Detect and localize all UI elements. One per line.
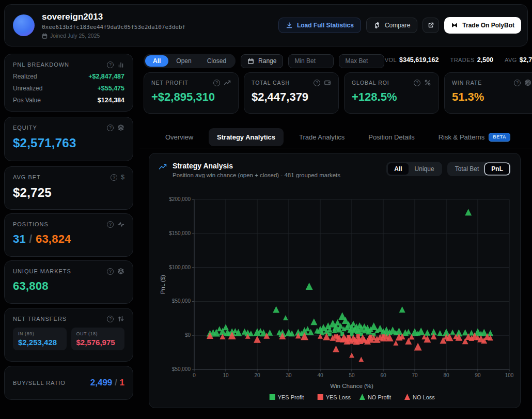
positions-card: POSITIONS ? 31 / 63,824 <box>4 213 133 257</box>
help-icon[interactable]: ? <box>107 61 114 68</box>
target-icon <box>524 79 531 86</box>
trend-up-icon <box>224 79 231 86</box>
segment-closed[interactable]: Closed <box>199 55 234 67</box>
buy-sell-ratio-card: BUY/SELL RATIO 2,499 / 1 <box>4 366 133 400</box>
avatar <box>13 14 35 36</box>
pnl-breakdown-card: PNL BREAKDOWN ? Realized +$2,847,487 Unr… <box>4 54 133 112</box>
profile-header: sovereign2013 0xee613b3fc183ee44f9da9c05… <box>4 4 528 46</box>
wallet-address: 0xee613b3fc183ee44f9da9c05f53e2da107e3de… <box>42 24 278 30</box>
svg-text:40: 40 <box>317 373 323 378</box>
svg-text:$200,000: $200,000 <box>169 196 191 202</box>
header-actions: Load Full Statistics Compare Trade On Po… <box>278 17 521 34</box>
transfers-in-value: $2,253,428 <box>18 338 61 347</box>
polybot-logo-icon <box>451 22 458 29</box>
mode-unique[interactable]: Unique <box>409 163 441 175</box>
compare-icon <box>373 22 381 29</box>
unique-markets-value: 63,808 <box>13 280 124 293</box>
pnl-breakdown-title: PNL BREAKDOWN <box>13 61 69 68</box>
total-cash-value: $2,447,379 <box>252 90 331 104</box>
unrealized-value: +$55,475 <box>98 85 124 92</box>
calendar-icon <box>247 58 254 65</box>
help-icon[interactable]: ? <box>414 80 420 86</box>
equity-card: EQUITY ? $2,571,763 <box>4 117 133 161</box>
range-label: Range <box>258 57 276 65</box>
segment-all[interactable]: All <box>145 55 168 67</box>
volume-stats: VOL$345,619,162 TRADES2,500 AVG$2,725 <box>385 56 532 64</box>
segment-open[interactable]: Open <box>168 55 199 67</box>
tab-position-details[interactable]: Position Details <box>360 128 423 146</box>
metric-toggle: Total Bet PnL <box>447 162 511 176</box>
global-roi-value: +128.5% <box>352 90 431 104</box>
min-bet-input[interactable] <box>288 54 334 68</box>
load-full-statistics-label: Load Full Statistics <box>297 22 354 29</box>
svg-text:60: 60 <box>380 373 386 378</box>
tab-overview[interactable]: Overview <box>157 128 201 146</box>
trade-on-polybot-label: Trade On PolyBot <box>462 22 514 29</box>
avg-label: AVG <box>505 57 517 63</box>
transfers-out-label: OUT (18) <box>76 331 120 336</box>
help-icon[interactable]: ? <box>107 125 114 131</box>
transfers-in-label: IN (89) <box>18 331 61 336</box>
tab-strategy-analytics[interactable]: Strategy Analytics <box>209 128 284 146</box>
vol-value: $345,619,162 <box>399 56 439 64</box>
load-full-statistics-button[interactable]: Load Full Statistics <box>278 18 361 33</box>
metric-pnl[interactable]: PnL <box>485 163 509 175</box>
sell-count: 1 <box>120 378 124 387</box>
metric-total-bet[interactable]: Total Bet <box>449 163 486 175</box>
win-rate-value: 51.3% <box>452 90 531 104</box>
svg-text:20: 20 <box>254 373 260 378</box>
help-icon[interactable]: ? <box>107 221 114 228</box>
trades-label: TRADES <box>450 57 474 63</box>
help-icon[interactable]: ? <box>314 80 320 86</box>
help-icon[interactable]: ? <box>514 80 521 86</box>
status-segmented-control: All Open Closed <box>144 54 236 68</box>
username: sovereign2013 <box>42 12 278 22</box>
stat-cards-row: NET PROFIT ? +$2,895,310 TOTAL CASH ? $2… <box>144 72 532 114</box>
svg-text:0: 0 <box>193 373 196 378</box>
svg-text:$150,000: $150,000 <box>169 230 191 236</box>
vol-label: VOL <box>385 57 397 63</box>
joined-label: Joined July 25, 2025 <box>50 33 100 39</box>
help-icon[interactable]: ? <box>111 174 117 181</box>
global-roi-title: GLOBAL ROI <box>352 80 389 86</box>
avg-bet-value: $2,725 <box>13 185 124 200</box>
total-cash-title: TOTAL CASH <box>252 80 290 86</box>
trades-value: 2,500 <box>477 56 493 64</box>
buy-sell-ratio-value: 2,499 / 1 <box>90 378 124 388</box>
avg-value: $2,725 <box>520 56 532 64</box>
help-icon[interactable]: ? <box>107 316 114 322</box>
chart-title: Strategy Analysis <box>173 162 340 170</box>
global-roi-card: GLOBAL ROI ? +128.5% <box>344 72 439 114</box>
net-transfers-title: NET TRANSFERS <box>13 316 67 322</box>
avg-bet-card: AVG BET ? $ $2,725 <box>4 166 133 210</box>
avg-stat: AVG$2,725 <box>505 56 532 64</box>
trade-on-polybot-button[interactable]: Trade On PolyBot <box>444 17 521 34</box>
svg-text:Win Chance (%): Win Chance (%) <box>330 383 373 389</box>
help-icon[interactable]: ? <box>213 80 220 86</box>
svg-text:YES Profit: YES Profit <box>278 394 304 400</box>
svg-text:NO Loss: NO Loss <box>413 394 435 400</box>
tab-trade-analytics[interactable]: Trade Analytics <box>291 128 353 146</box>
panel-header: Strategy Analysis Position avg win chanc… <box>149 153 520 178</box>
svg-text:90: 90 <box>475 373 481 378</box>
mode-all[interactable]: All <box>388 163 408 175</box>
external-link-button[interactable] <box>423 18 439 33</box>
max-bet-input[interactable] <box>339 54 384 68</box>
positions-title: POSITIONS <box>13 221 49 227</box>
win-rate-title: WIN RATE <box>452 80 482 86</box>
filter-bar: All Open Closed Range <box>144 54 384 68</box>
net-profit-title: NET PROFIT <box>151 80 189 86</box>
activity-icon <box>117 221 124 228</box>
unique-markets-title: UNIQUE MARKETS <box>13 268 71 274</box>
ratio-separator: / <box>115 378 117 387</box>
svg-text:50: 50 <box>349 373 355 378</box>
help-icon[interactable]: ? <box>107 268 114 275</box>
realized-value: +$2,847,487 <box>88 73 124 80</box>
win-rate-card: WIN RATE ? 51.3% <box>444 72 532 114</box>
tab-risk-patterns[interactable]: Risk & Patterns BETA <box>430 128 519 147</box>
net-profit-card: NET PROFIT ? +$2,895,310 <box>144 72 239 114</box>
identity-block: sovereign2013 0xee613b3fc183ee44f9da9c05… <box>42 12 278 39</box>
compare-button[interactable]: Compare <box>366 18 417 33</box>
range-button[interactable]: Range <box>241 54 283 68</box>
total-cash-card: TOTAL CASH ? $2,447,379 <box>244 72 339 114</box>
